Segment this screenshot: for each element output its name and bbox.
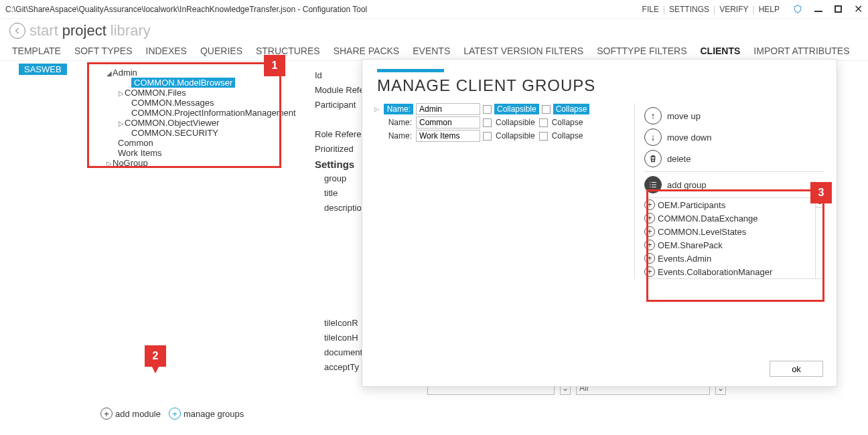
manage-groups-button[interactable]: + manage groups xyxy=(169,408,244,420)
prop-label: Prioritized xyxy=(315,144,368,159)
breadcrumb-project[interactable]: project xyxy=(62,22,106,39)
name-label: Name: xyxy=(384,104,413,114)
add-module-button[interactable]: + add module xyxy=(100,408,161,420)
module-tree: 1 ◢Admin COMMON.ModelBrowser ▷COMMON.Fil… xyxy=(87,61,315,433)
collapsible-checkbox[interactable] xyxy=(483,118,492,127)
client-sasweb[interactable]: SASWEB xyxy=(19,64,67,75)
prop-label: description xyxy=(315,203,368,217)
tab-share-packs[interactable]: SHARE PACKS xyxy=(334,46,400,56)
chevron-right-icon[interactable]: ▷ xyxy=(374,106,381,112)
properties-panel: Id Module Reference Participant Role Ref… xyxy=(315,61,368,433)
tab-queries[interactable]: QUERIES xyxy=(200,46,242,56)
collapsible-checkbox[interactable] xyxy=(483,105,492,114)
collapse-label: Collapse xyxy=(551,130,585,141)
prop-label: title xyxy=(315,188,368,203)
manage-client-groups-dialog: MANAGE CLIENT GROUPS ▷ Name: Collapsible… xyxy=(362,59,837,387)
breadcrumb-library[interactable]: library xyxy=(111,22,151,39)
annotation-callout-3: 3 xyxy=(810,182,832,203)
breadcrumb-start[interactable]: start xyxy=(29,22,58,39)
name-label: Name: xyxy=(384,118,413,127)
maximize-button[interactable] xyxy=(835,5,842,13)
breadcrumb: start project library xyxy=(0,19,868,43)
tab-import-attributes[interactable]: IMPORT ATTRIBUTES xyxy=(753,46,849,56)
tab-latest-version-filters[interactable]: LATEST VERSION FILTERS xyxy=(463,46,583,56)
prop-label: tileIconH xyxy=(315,333,368,347)
dialog-title: MANAGE CLIENT GROUPS xyxy=(377,76,822,95)
plus-icon: + xyxy=(169,408,181,420)
prop-label: document xyxy=(315,347,368,362)
tab-indexes[interactable]: INDEXES xyxy=(146,46,187,56)
menu-verify[interactable]: VERIFY xyxy=(719,5,748,14)
delete-button[interactable]: delete xyxy=(644,150,824,167)
group-name-input[interactable] xyxy=(416,130,480,142)
dialog-accent xyxy=(377,69,444,72)
prop-label: tileIconR xyxy=(315,318,368,333)
prop-label: Role Reference xyxy=(315,129,368,144)
annotation-box-1: 1 xyxy=(87,62,281,168)
collapse-label: Collapse xyxy=(551,117,585,128)
minimize-button[interactable] xyxy=(814,11,822,12)
collapse-checkbox[interactable] xyxy=(539,118,548,127)
prop-label: acceptTy xyxy=(315,362,368,377)
collapsible-checkbox[interactable] xyxy=(483,132,492,141)
close-button[interactable]: ✕ xyxy=(854,5,863,13)
group-name-input[interactable] xyxy=(416,116,480,128)
prop-heading: Settings xyxy=(315,159,368,173)
collapsible-label: Collapsible xyxy=(494,130,536,141)
group-row-common[interactable]: Name: Collapsible Collapse xyxy=(374,116,622,128)
trash-icon xyxy=(644,150,662,167)
group-row-admin[interactable]: ▷ Name: Collapsible Collapse xyxy=(374,103,622,115)
menu-file[interactable]: FILE xyxy=(642,5,659,14)
collapsible-label: Collapsible xyxy=(494,104,539,114)
tab-clients[interactable]: CLIENTS xyxy=(700,46,740,56)
collapsible-label: Collapsible xyxy=(494,117,536,128)
back-button[interactable] xyxy=(9,23,25,39)
titlebar: C:\Git\ShareAspace\QualityAssurance\loca… xyxy=(0,0,868,19)
tree-actions: + add module + manage groups xyxy=(100,408,244,420)
menu-settings[interactable]: SETTINGS xyxy=(669,5,709,14)
prop-label: Module Reference xyxy=(315,85,368,100)
shield-icon xyxy=(793,5,802,14)
collapse-checkbox[interactable] xyxy=(539,132,548,141)
tab-soft-types[interactable]: SOFT TYPES xyxy=(74,46,133,56)
group-name-input[interactable] xyxy=(416,103,480,115)
move-up-button[interactable]: ↑ move up xyxy=(644,107,824,124)
prop-label: group xyxy=(315,173,368,188)
annotation-box-3: 3 xyxy=(646,189,824,302)
prop-label: Id xyxy=(315,70,368,85)
tab-strip: TEMPLATE SOFT TYPES INDEXES QUERIES STRU… xyxy=(0,43,868,61)
tab-events[interactable]: EVENTS xyxy=(413,46,450,56)
app-menu: FILE| SETTINGS| VERIFY| HELP xyxy=(642,5,780,14)
group-row-workitems[interactable]: Name: Collapsible Collapse xyxy=(374,130,622,142)
tab-template[interactable]: TEMPLATE xyxy=(12,46,61,56)
window-controls: ✕ xyxy=(793,5,863,14)
client-list: SASWEB xyxy=(0,61,87,433)
move-down-button[interactable]: ↓ move down xyxy=(644,128,824,146)
plus-icon: + xyxy=(100,408,113,420)
arrow-up-icon: ↑ xyxy=(644,107,662,124)
group-list: ▷ Name: Collapsible Collapse Name: Colla… xyxy=(374,103,622,279)
window-title: C:\Git\ShareAspace\QualityAssurance\loca… xyxy=(5,5,642,14)
arrow-left-icon xyxy=(13,27,21,35)
tab-softtype-filters[interactable]: SOFTTYPE FILTERS xyxy=(597,46,686,56)
prop-label: Participant xyxy=(315,100,368,114)
name-label: Name: xyxy=(384,131,413,141)
arrow-down-icon: ↓ xyxy=(644,128,662,146)
annotation-callout-2: 2 xyxy=(145,345,166,367)
collapse-checkbox[interactable] xyxy=(542,105,551,114)
annotation-callout-1: 1 xyxy=(264,55,285,76)
ok-button[interactable]: ok xyxy=(770,361,823,377)
menu-help[interactable]: HELP xyxy=(759,5,780,14)
collapse-label: Collapse xyxy=(553,104,590,114)
